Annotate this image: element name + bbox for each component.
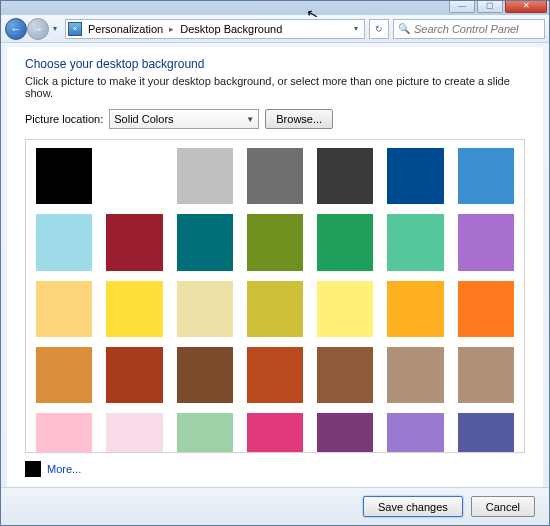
color-swatch[interactable] <box>106 148 162 204</box>
color-swatch[interactable] <box>317 347 373 403</box>
swatch-grid <box>36 148 514 453</box>
color-swatch[interactable] <box>247 214 303 270</box>
color-swatch[interactable] <box>106 214 162 270</box>
swatch-area <box>25 139 525 453</box>
color-swatch[interactable] <box>458 347 514 403</box>
location-select[interactable]: Solid Colors ▼ <box>109 109 259 129</box>
location-label: Picture location: <box>25 113 103 125</box>
color-swatch[interactable] <box>177 148 233 204</box>
color-swatch[interactable] <box>317 413 373 453</box>
chevron-down-icon: ▼ <box>246 115 254 124</box>
nav-buttons: ← → ▾ <box>5 18 61 40</box>
navbar: ← → ▾ « Personalization ▸ Desktop Backgr… <box>1 15 549 43</box>
color-swatch[interactable] <box>247 148 303 204</box>
search-input[interactable] <box>414 23 540 35</box>
search-icon: 🔍 <box>398 23 410 34</box>
color-swatch[interactable] <box>177 214 233 270</box>
more-row: More... <box>25 453 525 481</box>
color-swatch[interactable] <box>36 413 92 453</box>
page-title: Choose your desktop background <box>25 57 525 71</box>
location-value: Solid Colors <box>114 113 173 125</box>
more-swatch[interactable] <box>25 461 41 477</box>
color-swatch[interactable] <box>177 347 233 403</box>
content: Choose your desktop background Click a p… <box>7 47 543 487</box>
cancel-button[interactable]: Cancel <box>471 496 535 517</box>
color-swatch[interactable] <box>247 347 303 403</box>
minimize-button[interactable]: — <box>449 1 475 13</box>
window: ↖ — ▢ ✕ ← → ▾ « Personalization ▸ Deskto… <box>0 0 550 526</box>
chevron-right-icon[interactable]: ▸ <box>169 24 174 34</box>
color-swatch[interactable] <box>36 148 92 204</box>
color-swatch[interactable] <box>458 214 514 270</box>
color-swatch[interactable] <box>36 281 92 337</box>
refresh-button[interactable]: ↻ <box>369 19 389 39</box>
control-panel-icon: « <box>68 22 82 36</box>
color-swatch[interactable] <box>387 214 443 270</box>
color-swatch[interactable] <box>177 413 233 453</box>
titlebar: — ▢ ✕ <box>1 1 549 15</box>
color-swatch[interactable] <box>106 281 162 337</box>
color-swatch[interactable] <box>247 281 303 337</box>
color-swatch[interactable] <box>458 148 514 204</box>
address-bar[interactable]: « Personalization ▸ Desktop Background ▾ <box>65 19 365 39</box>
breadcrumb-personalization[interactable]: Personalization <box>86 23 165 35</box>
color-swatch[interactable] <box>387 281 443 337</box>
color-swatch[interactable] <box>247 413 303 453</box>
back-button[interactable]: ← <box>5 18 27 40</box>
color-swatch[interactable] <box>387 347 443 403</box>
browse-button[interactable]: Browse... <box>265 109 333 129</box>
color-swatch[interactable] <box>317 214 373 270</box>
color-swatch[interactable] <box>36 347 92 403</box>
color-swatch[interactable] <box>387 413 443 453</box>
close-button[interactable]: ✕ <box>505 1 547 13</box>
footer: Save changes Cancel <box>1 487 549 525</box>
forward-button[interactable]: → <box>27 18 49 40</box>
page-subtitle: Click a picture to make it your desktop … <box>25 75 525 99</box>
color-swatch[interactable] <box>177 281 233 337</box>
color-swatch[interactable] <box>317 148 373 204</box>
nav-history-dropdown[interactable]: ▾ <box>49 20 61 38</box>
location-row: Picture location: Solid Colors ▼ Browse.… <box>25 109 525 129</box>
search-box[interactable]: 🔍 <box>393 19 545 39</box>
more-link[interactable]: More... <box>47 463 81 475</box>
color-swatch[interactable] <box>458 413 514 453</box>
color-swatch[interactable] <box>317 281 373 337</box>
maximize-button[interactable]: ▢ <box>477 1 503 13</box>
color-swatch[interactable] <box>106 413 162 453</box>
save-changes-button[interactable]: Save changes <box>363 496 463 517</box>
color-swatch[interactable] <box>387 148 443 204</box>
color-swatch[interactable] <box>106 347 162 403</box>
breadcrumb-desktop-background[interactable]: Desktop Background <box>178 23 284 35</box>
color-swatch[interactable] <box>36 214 92 270</box>
color-swatch[interactable] <box>458 281 514 337</box>
address-dropdown[interactable]: ▾ <box>350 24 362 33</box>
